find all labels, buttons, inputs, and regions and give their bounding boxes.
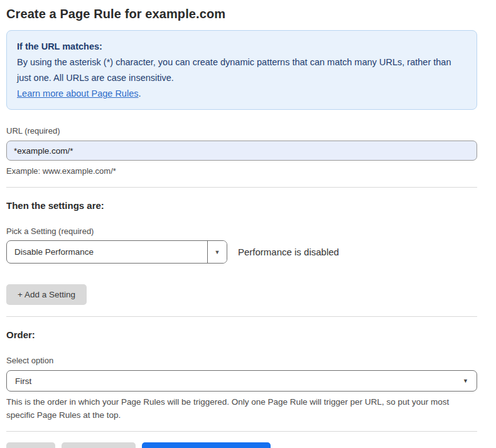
- url-match-info-box: If the URL matches: By using the asteris…: [6, 30, 477, 110]
- url-input[interactable]: [6, 141, 477, 161]
- chevron-down-icon: ▼: [463, 378, 468, 384]
- link-suffix: .: [138, 88, 141, 99]
- setting-dropdown-button[interactable]: ▼: [207, 241, 227, 263]
- order-select-label: Select option: [6, 356, 477, 365]
- form-actions: Cancel Save as Draft Save and Deploy Pag…: [6, 442, 477, 448]
- add-setting-button[interactable]: + Add a Setting: [6, 284, 87, 305]
- url-example-text: Example: www.example.com/*: [6, 166, 477, 176]
- setting-dropdown[interactable]: Disable Performance ▼: [6, 240, 227, 264]
- cancel-button[interactable]: Cancel: [6, 442, 55, 448]
- info-box-heading: If the URL matches:: [17, 39, 466, 55]
- setting-dropdown-value: Disable Performance: [7, 241, 207, 263]
- save-as-draft-button[interactable]: Save as Draft: [62, 442, 136, 448]
- url-field-label: URL (required): [6, 126, 477, 136]
- page-title: Create a Page Rule for example.com: [6, 7, 477, 21]
- divider: [6, 431, 477, 432]
- order-select-value: First: [15, 376, 31, 386]
- divider: [6, 316, 477, 317]
- settings-section-heading: Then the settings are:: [6, 200, 477, 211]
- info-box-body: By using the asterisk (*) character, you…: [17, 55, 466, 86]
- info-box-link-line: Learn more about Page Rules.: [17, 86, 466, 102]
- order-help-text: This is the order in which your Page Rul…: [6, 395, 477, 422]
- order-section-heading: Order:: [6, 329, 477, 340]
- learn-more-link[interactable]: Learn more about Page Rules: [17, 88, 138, 99]
- setting-picker-label: Pick a Setting (required): [6, 227, 477, 236]
- save-and-deploy-button[interactable]: Save and Deploy Page Rule: [142, 442, 271, 448]
- setting-status-text: Performance is disabled: [238, 247, 339, 257]
- chevron-down-icon: ▼: [215, 249, 220, 255]
- page-rule-form: Create a Page Rule for example.com If th…: [0, 0, 496, 448]
- order-select[interactable]: First ▼: [6, 370, 477, 392]
- divider: [6, 187, 477, 188]
- setting-row: Disable Performance ▼ Performance is dis…: [6, 240, 477, 264]
